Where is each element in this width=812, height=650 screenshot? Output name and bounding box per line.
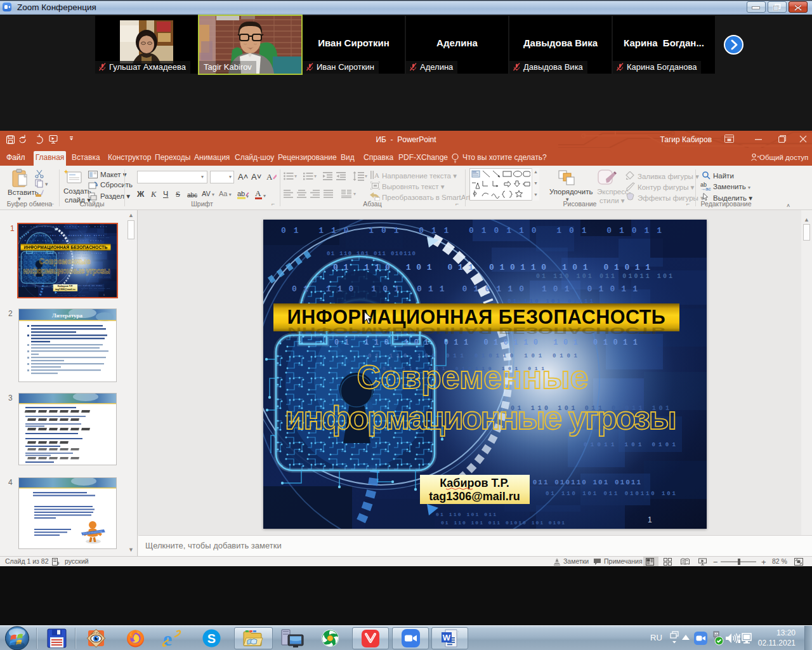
svg-text:01 110 101 011 01010 101 0101: 01 110 101 011 01010 101 0101 bbox=[441, 520, 565, 526]
svg-text:ab: ab bbox=[237, 190, 245, 197]
svg-text:W: W bbox=[443, 633, 451, 642]
svg-text:▾: ▾ bbox=[263, 193, 266, 199]
svg-text:ИНФОРМАЦИОННАЯ БЕЗОПАСНОСТЬ: ИНФОРМАЦИОННАЯ БЕЗОПАСНОСТЬ bbox=[287, 306, 665, 328]
svg-text:x: x bbox=[57, 562, 59, 566]
svg-text:▾: ▾ bbox=[246, 194, 249, 199]
svg-text:информационные угрозы: информационные угрозы bbox=[285, 399, 677, 436]
svg-text:1: 1 bbox=[648, 515, 652, 524]
svg-text:Литература: Литература bbox=[52, 312, 82, 319]
svg-text:Современные: Современные bbox=[357, 359, 589, 395]
svg-text:→ac: →ac bbox=[700, 186, 710, 190]
svg-text:01 110 101 011 010110: 01 110 101 011 010110 bbox=[327, 251, 416, 257]
svg-text:A: A bbox=[266, 172, 273, 182]
svg-text:S: S bbox=[207, 632, 216, 646]
svg-text:tag1306@mail.ru: tag1306@mail.ru bbox=[429, 490, 520, 503]
svg-text:Кабиров Т.Р.: Кабиров Т.Р. bbox=[440, 477, 509, 489]
svg-text:ИНФОРМАЦИОННАЯ БЕЗОПАСНОСТЬ: ИНФОРМАЦИОННАЯ БЕЗОПАСНОСТЬ bbox=[287, 326, 665, 335]
svg-text:A: A bbox=[374, 171, 379, 179]
svg-text:01 110 101 011: 01 110 101 011 bbox=[436, 512, 496, 517]
svg-text:A: A bbox=[255, 189, 261, 198]
